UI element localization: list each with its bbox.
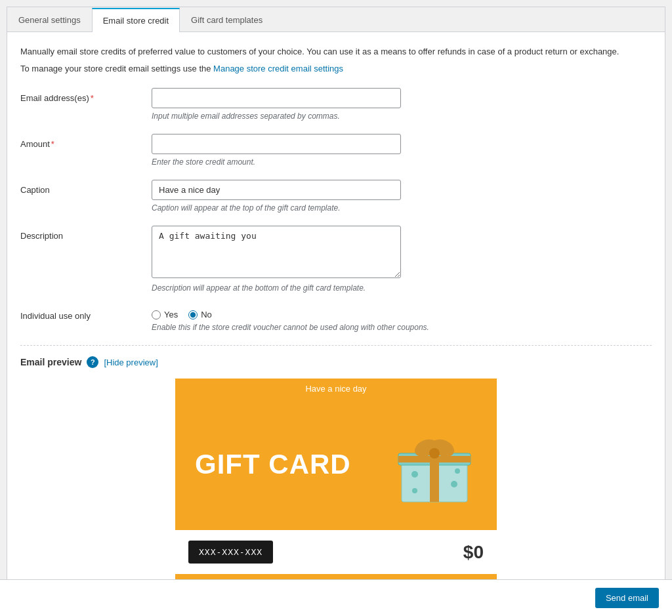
manage-store-credit-link[interactable]: Manage store credit email settings [213, 64, 343, 73]
page-wrapper: General settings Email store credit Gift… [7, 7, 665, 616]
email-field-wrap: Input multiple email addresses separated… [152, 88, 652, 121]
individual-use-row: Individual use only Yes No Enable this i… [20, 306, 652, 332]
amount-hint: Enter the store credit amount. [152, 157, 652, 167]
email-preview-section: Email preview ? [Hide preview] Have a ni… [20, 345, 652, 597]
svg-point-7 [411, 471, 418, 478]
form-section: Email address(es)* Input multiple email … [20, 88, 652, 332]
svg-point-8 [451, 481, 457, 487]
amount-label: Amount* [20, 134, 152, 149]
radio-group: Yes No [152, 306, 652, 319]
gift-card-caption-bar: Have a nice day [175, 379, 497, 399]
radio-no-input[interactable] [188, 310, 198, 319]
radio-yes-label: Yes [164, 310, 178, 319]
svg-rect-2 [430, 461, 439, 502]
individual-use-label: Individual use only [20, 306, 152, 321]
gift-amount: $0 [463, 542, 484, 563]
hide-preview-link[interactable]: [Hide preview] [104, 358, 158, 367]
radio-yes-input[interactable] [152, 310, 161, 319]
svg-point-6 [429, 448, 440, 459]
amount-field-wrap: Enter the store credit amount. [152, 134, 652, 167]
svg-point-9 [412, 488, 417, 493]
preview-heading: Email preview ? [Hide preview] [20, 356, 652, 368]
send-email-button[interactable]: Send email [595, 588, 659, 608]
tabs-bar: General settings Email store credit Gift… [7, 7, 665, 32]
email-input[interactable] [152, 88, 401, 108]
gift-code-badge: XXX-XXX-XXX [188, 541, 273, 564]
description-hint: Description will appear at the bottom of… [152, 283, 652, 293]
tab-general-settings[interactable]: General settings [7, 8, 92, 32]
tab-email-store-credit[interactable]: Email store credit [92, 8, 180, 32]
radio-yes-option[interactable]: Yes [152, 310, 178, 319]
amount-required-star: * [51, 139, 54, 149]
description-line2: To manage your store credit email settin… [20, 62, 652, 75]
tab-gift-card-templates[interactable]: Gift card templates [180, 8, 274, 32]
individual-use-hint: Enable this if the store credit voucher … [152, 323, 652, 332]
email-row: Email address(es)* Input multiple email … [20, 88, 652, 121]
gift-card-main: GIFT CARD [175, 399, 497, 530]
preview-title: Email preview [20, 357, 81, 367]
caption-input[interactable] [152, 180, 401, 200]
caption-field-wrap: Caption will appear at the top of the gi… [152, 180, 652, 213]
amount-input[interactable] [152, 134, 401, 154]
description-line1: Manually email store credits of preferre… [20, 45, 652, 58]
footer-bar: Send email [0, 579, 672, 616]
email-hint: Input multiple email addresses separated… [152, 112, 652, 121]
help-icon[interactable]: ? [87, 356, 98, 368]
gift-card-title: GIFT CARD [195, 449, 351, 480]
caption-hint: Caption will appear at the top of the gi… [152, 203, 652, 213]
description-label: Description [20, 226, 152, 241]
amount-row: Amount* Enter the store credit amount. [20, 134, 652, 167]
description-textarea[interactable]: A gift awaiting you [152, 226, 401, 278]
caption-label: Caption [20, 180, 152, 195]
gift-card-bottom: XXX-XXX-XXX $0 [175, 530, 497, 574]
content-area: Manually email store credits of preferre… [7, 32, 665, 616]
svg-point-10 [455, 468, 460, 474]
email-label: Email address(es)* [20, 88, 152, 103]
email-required-star: * [91, 93, 94, 103]
gift-box-icon [392, 422, 477, 507]
individual-use-field-wrap: Yes No Enable this if the store credit v… [152, 306, 652, 332]
gift-card-preview: Have a nice day GIFT CARD [175, 379, 497, 597]
description-field-wrap: A gift awaiting you Description will app… [152, 226, 652, 293]
radio-no-label: No [201, 310, 212, 319]
caption-row: Caption Caption will appear at the top o… [20, 180, 652, 213]
description-row: Description A gift awaiting you Descript… [20, 226, 652, 293]
radio-no-option[interactable]: No [188, 310, 212, 319]
